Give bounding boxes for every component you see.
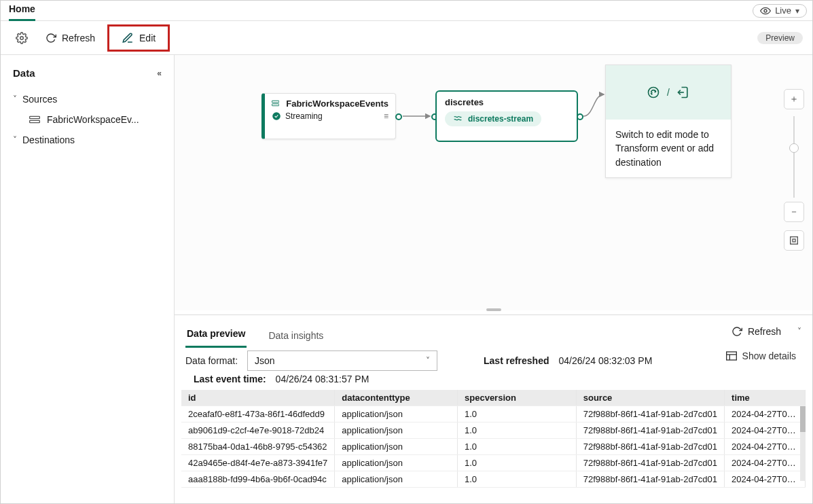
- last-refreshed-value: 04/26/24 08:32:03 PM: [559, 355, 653, 366]
- canvas[interactable]: FabricWorkspaceEvents Streaming ≡: [175, 55, 812, 310]
- node-source[interactable]: FabricWorkspaceEvents Streaming ≡: [261, 93, 396, 139]
- edit-label: Edit: [139, 33, 156, 43]
- source-output-port[interactable]: [395, 113, 402, 120]
- cell-datacontenttype: application/json: [335, 406, 458, 422]
- last-event-value: 04/26/24 08:31:57 PM: [276, 374, 369, 384]
- fit-screen-button[interactable]: [784, 230, 804, 251]
- cell-time: 2024-04-27T0…: [725, 406, 806, 422]
- preview-refresh-button[interactable]: Refresh: [726, 323, 787, 340]
- cell-datacontenttype: application/json: [335, 422, 458, 439]
- preview-panel: Data preview Data insights Refresh ˅ Dat…: [175, 314, 812, 504]
- workspace-events-icon: [272, 98, 279, 109]
- source-item-label: FabricWorkspaceEv...: [47, 114, 139, 125]
- cell-specversion: 1.0: [458, 471, 577, 488]
- table-row[interactable]: ab9061d9-c2cf-4e7e-9018-72db24applicatio…: [181, 422, 806, 439]
- stream-chip[interactable]: discretes-stream: [445, 111, 541, 126]
- cell-id: 42a9465e-d84f-4e7e-a873-3941fe7: [181, 455, 335, 471]
- destination-hint: Switch to edit mode to Transform event o…: [606, 120, 731, 177]
- col-id[interactable]: id: [181, 390, 335, 406]
- refresh-icon: [731, 326, 742, 337]
- col-source[interactable]: source: [576, 390, 724, 406]
- sidebar-section-sources[interactable]: ˅ Sources: [7, 87, 167, 107]
- cell-datacontenttype: application/json: [335, 455, 458, 471]
- zoom-slider-thumb[interactable]: [789, 143, 799, 153]
- canvas-zoom-controls: ＋ －: [784, 89, 804, 253]
- svg-point-6: [272, 112, 281, 120]
- zoom-slider[interactable]: [793, 116, 795, 198]
- table-scrollbar[interactable]: [800, 406, 806, 481]
- last-refreshed-label: Last refreshed: [484, 355, 549, 366]
- node-destination-placeholder[interactable]: / Switch to edit mode to Transform event…: [605, 65, 731, 178]
- settings-button[interactable]: [10, 29, 33, 47]
- cell-specversion: 1.0: [458, 455, 577, 471]
- svg-rect-3: [30, 120, 40, 122]
- svg-point-7: [649, 88, 659, 98]
- chevron-down-icon: ˅: [13, 94, 17, 104]
- cell-source: 72f988bf-86f1-41af-91ab-2d7cd01: [576, 422, 724, 439]
- show-details-button[interactable]: Show details: [726, 350, 796, 361]
- col-datacontenttype[interactable]: datacontenttype: [335, 390, 458, 406]
- data-format-label: Data format:: [185, 355, 238, 366]
- toolbar: Refresh Edit Preview: [1, 21, 812, 55]
- stream-icon: [453, 114, 463, 124]
- stream-output-port[interactable]: [577, 113, 583, 120]
- table-row[interactable]: 2ceafaf0-e8f1-473a-86f1-46dfedd9applicat…: [181, 406, 806, 422]
- workspace-events-icon: [29, 115, 40, 124]
- transform-icon: [647, 86, 660, 99]
- cell-id: aaa8188b-fd99-4b6a-9b6f-0cad94c: [181, 471, 335, 488]
- chevron-down-icon: ˅: [426, 356, 430, 365]
- cell-datacontenttype: application/json: [335, 439, 458, 455]
- svg-point-0: [764, 10, 767, 12]
- tab-data-insights[interactable]: Data insights: [267, 322, 325, 348]
- zoom-in-button[interactable]: ＋: [784, 89, 804, 109]
- cell-time: 2024-04-27T0…: [725, 422, 806, 439]
- destinations-label: Destinations: [22, 134, 75, 145]
- table-scrollbar-thumb[interactable]: [800, 406, 806, 432]
- cell-specversion: 1.0: [458, 439, 577, 455]
- data-format-select[interactable]: Json ˅: [247, 350, 437, 371]
- chevron-down-icon[interactable]: ˅: [797, 327, 801, 336]
- last-event-label: Last event time:: [194, 374, 266, 384]
- cell-id: ab9061d9-c2cf-4e7e-9018-72db24: [181, 422, 335, 439]
- chevron-down-icon: ˅: [13, 135, 17, 145]
- svg-rect-5: [272, 104, 278, 106]
- table-row[interactable]: 88175ba4-0da1-46b8-9795-c54362applicatio…: [181, 439, 806, 455]
- cell-source: 72f988bf-86f1-41af-91ab-2d7cd01: [576, 471, 724, 488]
- refresh-label: Refresh: [62, 33, 95, 43]
- svg-point-1: [20, 36, 24, 39]
- col-time[interactable]: time: [725, 390, 806, 406]
- cell-time: 2024-04-27T0…: [725, 471, 806, 488]
- edit-button[interactable]: Edit: [107, 24, 170, 52]
- main: FabricWorkspaceEvents Streaming ≡: [175, 55, 812, 504]
- refresh-button[interactable]: Refresh: [40, 30, 101, 46]
- stream-chip-label: discretes-stream: [468, 114, 533, 124]
- source-node-title: FabricWorkspaceEvents: [286, 98, 389, 109]
- cell-time: 2024-04-27T0…: [725, 439, 806, 455]
- refresh-icon: [46, 33, 56, 43]
- table-row[interactable]: aaa8188b-fd99-4b6a-9b6f-0cad94capplicati…: [181, 471, 806, 488]
- cell-time: 2024-04-27T0…: [725, 455, 806, 471]
- cell-source: 72f988bf-86f1-41af-91ab-2d7cd01: [576, 455, 724, 471]
- cell-id: 88175ba4-0da1-46b8-9795-c54362: [181, 439, 335, 455]
- col-specversion[interactable]: specversion: [458, 390, 577, 406]
- details-icon: [726, 351, 737, 361]
- fit-icon: [789, 235, 799, 246]
- svg-rect-9: [793, 239, 795, 242]
- table-row[interactable]: 42a9465e-d84f-4e7e-a873-3941fe7applicati…: [181, 455, 806, 471]
- data-table[interactable]: id datacontenttype specversion source ti…: [181, 390, 806, 504]
- zoom-out-button[interactable]: －: [784, 202, 804, 222]
- collapse-sidebar-icon[interactable]: «: [157, 69, 162, 78]
- eye-icon: [760, 5, 771, 16]
- sidebar-item-source[interactable]: FabricWorkspaceEv...: [7, 107, 167, 128]
- node-stream[interactable]: discretes discretes-stream: [435, 90, 578, 142]
- cell-specversion: 1.0: [458, 406, 577, 422]
- panel-splitter[interactable]: [175, 310, 812, 314]
- sources-label: Sources: [22, 94, 57, 105]
- node-menu-icon[interactable]: ≡: [384, 111, 389, 121]
- sidebar-section-destinations[interactable]: ˅ Destinations: [7, 128, 167, 148]
- sidebar: Data « ˅ Sources FabricWorkspaceEv... ˅ …: [1, 55, 175, 504]
- edit-icon: [122, 32, 134, 44]
- page-title: Home: [9, 1, 35, 21]
- live-mode-toggle[interactable]: Live ▾: [753, 4, 807, 18]
- tab-data-preview[interactable]: Data preview: [185, 320, 247, 348]
